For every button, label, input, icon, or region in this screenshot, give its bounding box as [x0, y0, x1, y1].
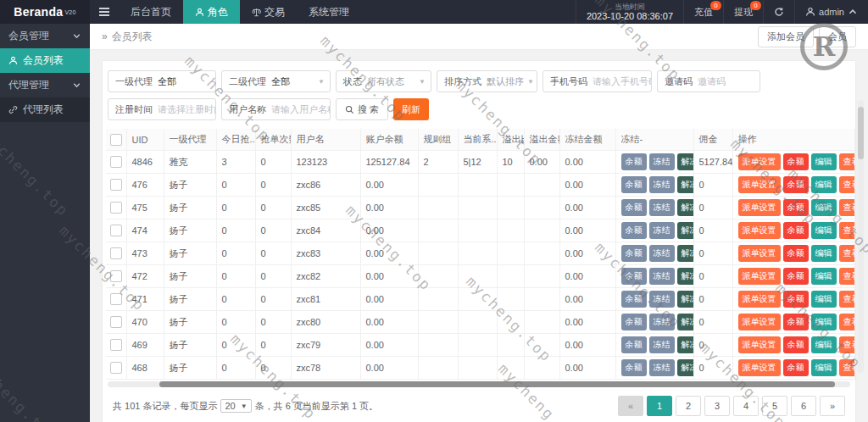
- edit-button[interactable]: 编辑: [811, 291, 837, 308]
- page-button[interactable]: «: [618, 396, 643, 416]
- balance-button[interactable]: 余额: [621, 336, 647, 353]
- edit-button[interactable]: 编辑: [811, 176, 837, 193]
- edit-button[interactable]: 编辑: [811, 199, 837, 216]
- balance-button[interactable]: 余额: [621, 222, 647, 239]
- balance-button[interactable]: 余额: [783, 291, 809, 308]
- unfreeze-button[interactable]: 解冻: [677, 199, 694, 216]
- edit-button[interactable]: 编辑: [811, 153, 837, 170]
- view-team-button[interactable]: 查看团队: [839, 245, 855, 262]
- freeze-button[interactable]: 冻结: [649, 199, 675, 216]
- unfreeze-button[interactable]: 解冻: [677, 336, 694, 353]
- refresh-button[interactable]: 刷新: [393, 98, 429, 120]
- user-menu[interactable]: admin: [794, 0, 868, 24]
- view-team-button[interactable]: 查看团队: [839, 153, 855, 170]
- view-team-button[interactable]: 查看团队: [839, 222, 855, 239]
- freeze-button[interactable]: 冻结: [649, 153, 675, 170]
- dispatch-settings-button[interactable]: 派单设置: [738, 359, 781, 376]
- vertical-scrollbar-thumb[interactable]: [858, 107, 864, 159]
- filter-sort-select[interactable]: 排序方式 默认排序 ▼: [437, 70, 537, 92]
- freeze-button[interactable]: 冻结: [649, 291, 675, 308]
- balance-button[interactable]: 余额: [621, 176, 647, 193]
- nav-item-home[interactable]: 后台首页: [119, 0, 183, 24]
- per-page-select[interactable]: 20 ▼: [220, 399, 251, 413]
- freeze-button[interactable]: 冻结: [649, 222, 675, 239]
- horizontal-scrollbar-thumb[interactable]: [159, 381, 835, 387]
- balance-button[interactable]: 余额: [621, 359, 647, 376]
- dispatch-settings-button[interactable]: 派单设置: [738, 336, 781, 353]
- unfreeze-button[interactable]: 解冻: [677, 176, 694, 193]
- username-input[interactable]: [271, 104, 330, 114]
- menu-toggle-icon[interactable]: [90, 0, 119, 24]
- row-checkbox[interactable]: [110, 225, 122, 236]
- balance-button[interactable]: 余额: [783, 268, 809, 285]
- unfreeze-button[interactable]: 解冻: [677, 291, 694, 308]
- sidebar-group-agent-management[interactable]: 代理管理: [0, 73, 90, 97]
- freeze-button[interactable]: 冻结: [649, 176, 675, 193]
- view-team-button[interactable]: 查看团队: [839, 291, 855, 308]
- balance-button[interactable]: 余额: [783, 359, 809, 376]
- balance-button[interactable]: 余额: [783, 199, 809, 216]
- balance-button[interactable]: 余额: [621, 314, 647, 330]
- row-checkbox[interactable]: [110, 179, 122, 191]
- unfreeze-button[interactable]: 解冻: [677, 222, 694, 239]
- filter-status-select[interactable]: 状态 所有状态 ▼: [336, 70, 431, 92]
- filter-agent1-select[interactable]: 一级代理 全部: [108, 70, 216, 92]
- unfreeze-button[interactable]: 解冻: [677, 153, 694, 170]
- recharge-button[interactable]: 充值 0: [683, 0, 723, 24]
- page-button[interactable]: 3: [704, 396, 730, 416]
- freeze-button[interactable]: 冻结: [649, 336, 675, 353]
- nav-item-role[interactable]: 角色: [183, 0, 240, 24]
- obscured-member-button[interactable]: 会员: [819, 26, 856, 47]
- edit-button[interactable]: 编辑: [811, 314, 837, 330]
- dispatch-settings-button[interactable]: 派单设置: [738, 176, 781, 193]
- add-member-button[interactable]: 添加会员: [758, 26, 814, 47]
- view-team-button[interactable]: 查看团队: [839, 176, 855, 193]
- unfreeze-button[interactable]: 解冻: [677, 268, 694, 285]
- refresh-icon-button[interactable]: [763, 0, 794, 24]
- balance-button[interactable]: 余额: [783, 314, 809, 330]
- sidebar-item-member-list[interactable]: 会员列表: [0, 48, 90, 73]
- freeze-button[interactable]: 冻结: [649, 268, 675, 285]
- dispatch-settings-button[interactable]: 派单设置: [738, 153, 781, 170]
- dispatch-settings-button[interactable]: 派单设置: [738, 268, 781, 285]
- dispatch-settings-button[interactable]: 派单设置: [738, 314, 781, 330]
- row-checkbox[interactable]: [110, 293, 122, 305]
- balance-button[interactable]: 余额: [783, 153, 809, 170]
- row-checkbox[interactable]: [110, 156, 122, 168]
- withdraw-button[interactable]: 提现 0: [723, 0, 763, 24]
- unfreeze-button[interactable]: 解冻: [677, 314, 694, 330]
- view-team-button[interactable]: 查看团队: [839, 314, 855, 330]
- dispatch-settings-button[interactable]: 派单设置: [738, 291, 781, 308]
- unfreeze-button[interactable]: 解冻: [677, 359, 694, 376]
- balance-button[interactable]: 余额: [783, 245, 809, 262]
- dispatch-settings-button[interactable]: 派单设置: [738, 222, 781, 239]
- register-time-input[interactable]: [158, 104, 215, 114]
- balance-button[interactable]: 余额: [621, 245, 647, 262]
- row-checkbox[interactable]: [110, 362, 122, 374]
- page-button[interactable]: 5: [762, 396, 787, 416]
- nav-item-trade[interactable]: 交易: [240, 0, 297, 24]
- page-button[interactable]: 4: [733, 396, 759, 416]
- view-team-button[interactable]: 查看团队: [839, 336, 855, 353]
- balance-button[interactable]: 余额: [621, 291, 647, 308]
- freeze-button[interactable]: 冻结: [649, 314, 675, 330]
- balance-button[interactable]: 余额: [783, 176, 809, 193]
- sidebar-group-member-management[interactable]: 会员管理: [0, 24, 90, 48]
- search-button[interactable]: 搜 索: [336, 98, 388, 120]
- select-all-checkbox[interactable]: [110, 134, 122, 146]
- dispatch-settings-button[interactable]: 派单设置: [738, 199, 781, 216]
- page-button[interactable]: 6: [791, 396, 816, 416]
- view-team-button[interactable]: 查看团队: [839, 268, 855, 285]
- balance-button[interactable]: 余额: [621, 153, 647, 170]
- invite-code-input[interactable]: [698, 76, 760, 86]
- freeze-button[interactable]: 冻结: [649, 245, 675, 262]
- edit-button[interactable]: 编辑: [811, 245, 837, 262]
- view-team-button[interactable]: 查看团队: [839, 359, 855, 376]
- filter-agent2-select[interactable]: 二级代理 全部 ▼: [221, 70, 331, 92]
- edit-button[interactable]: 编辑: [811, 268, 837, 285]
- balance-button[interactable]: 余额: [621, 199, 647, 216]
- row-checkbox[interactable]: [110, 316, 122, 328]
- edit-button[interactable]: 编辑: [811, 359, 837, 376]
- balance-button[interactable]: 余额: [621, 268, 647, 285]
- edit-button[interactable]: 编辑: [811, 336, 837, 353]
